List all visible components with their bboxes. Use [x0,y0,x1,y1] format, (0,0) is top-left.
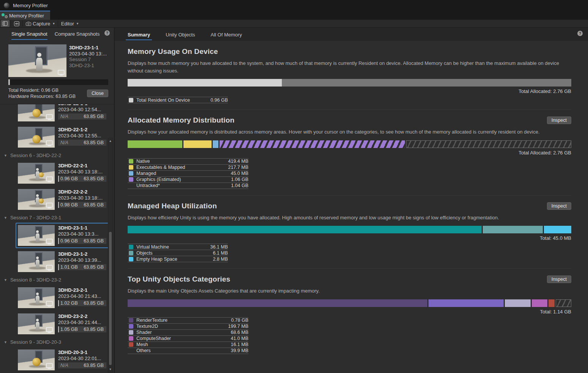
screenshot-monitor-icon [46,363,53,368]
bar-segment-texture2d[interactable] [428,299,504,307]
snapshot-memory-bar: N/A63.85 GB [58,113,106,120]
snapshot-list-item[interactable]: 3DHD-23-1-22023-04-30 13:39...1.01 GB63.… [16,249,109,274]
legend-swatch [129,348,133,353]
tab-compare-snapshots[interactable]: Compare Snapshots [55,31,100,40]
snapshot-thumbnail [18,104,55,121]
editor-target-dropdown[interactable]: Editor ▾ [59,20,81,27]
tab-unity-objects[interactable]: Unity Objects [166,32,195,41]
session-group-label: Session 8 - 3DHD-23-2 [10,277,61,283]
bar-segment-objects[interactable] [483,226,543,233]
legend-label: Empty Heap Space [136,257,213,262]
toolbar: Capture ▾ Editor ▾ [0,20,588,28]
legend-row: RenderTexture0.78 GB [128,317,248,324]
snapshot-resident-value: 0.98 GB [60,202,78,208]
bar-segment-rendertexture[interactable] [128,299,427,307]
bar-segment-virtual-machine[interactable] [128,226,482,233]
capture-dropdown-caret-icon[interactable]: ▾ [52,22,55,25]
session-group-header[interactable]: ▼Session 6 - 3DHD-22-2 [0,151,114,160]
main-tabs: Summary Unity Objects All Of Memory ? [115,28,588,41]
bar-segment-computeshader[interactable] [532,299,547,307]
bar-segment-empty-heap-space[interactable] [544,226,571,233]
session-group-header[interactable]: ▼Session 8 - 3DHD-23-2 [0,275,114,284]
snapshot-list-item[interactable]: 3DHD-20-3-12023-04-30 22:01...N/A63.85 G… [16,347,109,373]
sidebar-help-icon[interactable]: ? [104,30,110,36]
snapshot-list-item[interactable]: 3DHD-23-1-12023-04-30 13:3...0.96 GB63.8… [16,223,109,248]
snapshot-date: 2023-04-30 13:18:... [58,169,106,175]
bar-segment-untracked[interactable] [406,140,571,148]
bar-segment-mesh[interactable] [548,299,555,307]
legend-swatch [129,171,133,176]
legend-swatch [129,324,133,329]
bar-segment-shader[interactable] [505,299,531,307]
bar-segment-allocated-not-resident[interactable] [282,79,571,87]
snapshot-thumbnail [18,313,55,334]
snapshot-thumbnail [18,349,55,370]
import-snapshot-button[interactable] [12,20,21,27]
inspect-button[interactable]: Inspect [547,275,571,283]
scrollbar-thumb[interactable] [109,232,112,365]
snapshot-list-item[interactable]: 3DHD-22-1-22023-04-30 12:55...N/A63.85 G… [16,124,109,150]
scroll-down-icon[interactable]: ▼ [108,368,112,371]
section-header: Top Unity Objects CategoriesInspect [128,274,571,284]
legend-value: 45.0 MB [231,171,248,176]
legend-row: ComputeShader41.0 MB [128,336,248,342]
memory-profiler-dock-tab[interactable]: Memory Profiler [0,11,50,20]
bar-segment-native[interactable] [128,140,182,148]
close-button[interactable]: Close [87,90,108,97]
snapshot-resident-value: 1.02 GB [60,300,78,306]
session-group-header[interactable]: ▼Session 9 - 3DHD-20-3 [0,337,114,346]
bar-segment-total-resident-on-device[interactable] [128,79,282,87]
bar-segment-graphics-estimated[interactable] [220,140,405,148]
snapshot-list-item[interactable]: 3DHD-22-1-12023-04-30 12:54...N/A63.85 G… [16,104,109,124]
memory-breakdown-bar [128,299,571,307]
snapshot-date: 2023-04-30 13:3... [58,231,106,237]
snapshot-name: 3DHD-20-3-1 [58,349,106,356]
section-description: Displays how your allocated memory is di… [128,128,571,136]
snapshot-list-item[interactable]: 3DHD-22-2-12023-04-30 13:18:...0.96 GB63… [16,161,109,186]
legend-row: Executables & Mapped217.7 MB [128,165,248,171]
snapshot-list-item[interactable]: 3DHD-23-2-22023-04-30 21:44...1.05 GB63.… [16,311,109,337]
snapshot-meta: 3DHD-23-2-22023-04-30 21:44...1.05 GB63.… [58,313,106,334]
toggle-snapshot-panel-button[interactable] [1,20,9,27]
snapshot-memory-bar: 0.98 GB63.85 GB [58,202,106,208]
scroll-up-icon[interactable]: ▲ [108,139,112,143]
memory-breakdown-bar [128,140,571,148]
summary-main-panel: Summary Unity Objects All Of Memory ? Me… [115,28,588,373]
section-title: Managed Heap Utilization [128,202,217,210]
legend-label: Managed [136,171,231,176]
legend-row: Virtual Machine36.1 MB [128,244,228,250]
thumbnail-gold-ball [39,172,44,177]
legend-value: 41.0 MB [231,336,248,341]
legend-value: 419.4 MB [228,159,248,164]
snapshot-list-item[interactable]: 3DHD-23-2-12023-04-30 21:43...1.02 GB63.… [16,285,109,310]
snapshot-hardware-value: 63.85 GB [84,140,104,146]
tab-all-of-memory[interactable]: All Of Memory [211,32,242,41]
tab-single-snapshot[interactable]: Single Snapshot [11,31,47,40]
legend-swatch [129,330,133,335]
snapshot-meta: 3DHD-23-1-22023-04-30 13:39...1.01 GB63.… [58,251,106,272]
main-help-icon[interactable]: ? [577,31,583,36]
bar-segment-executables-mapped[interactable] [183,140,212,148]
thumbnail-robot-figure [35,319,40,330]
inspect-button[interactable]: Inspect [547,116,571,124]
screenshot-monitor-icon [46,176,53,181]
inspect-button[interactable]: Inspect [547,202,571,210]
snapshot-date: 2023-04-30 13:39... [58,257,106,263]
bar-segment-others[interactable] [556,299,571,307]
snapshot-date: 2023-04-30 21:44... [58,319,106,326]
snapshot-list-item[interactable]: 3DHD-22-2-22023-04-30 13:18:...0.98 GB63… [16,187,109,212]
snapshot-date: 2023-04-30 12:55... [58,133,106,139]
capture-button[interactable]: Capture ▾ [24,20,57,27]
section-legend: Native419.4 MBExecutables & Mapped217.7 … [128,158,248,189]
snapshot-name: 3DHD-23-2-1 [58,287,106,293]
sidebar-scrollbar[interactable]: ▲ ▼ [108,138,113,373]
session-group-header[interactable]: ▼Session 7 - 3DHD-23-1 [0,213,114,222]
legend-label: Shader [136,330,231,335]
session-group-label: Session 9 - 3DHD-20-3 [10,339,61,345]
legend-value: 0.96 GB [210,98,228,103]
legend-value: 16.1 MB [231,342,248,347]
tab-summary[interactable]: Summary [128,32,150,41]
sidebar-tabs: Single Snapshot Compare Snapshots ? [0,28,114,40]
bar-segment-managed[interactable] [213,140,218,148]
camera-icon [26,22,31,26]
